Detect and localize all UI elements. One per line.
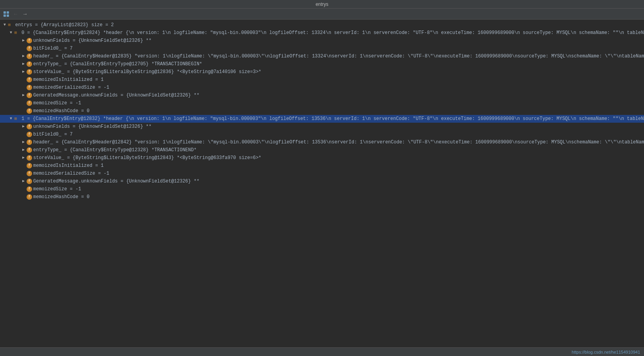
field-icon: f [27, 85, 32, 90]
tree-arrow[interactable]: ▶ [20, 123, 27, 130]
tree-row[interactable]: ▶f header_ = {CanalEntry$Header@12835} "… [0, 52, 644, 60]
tree-row[interactable]: ▶f entryType_ = {CanalEntry$EntryType@12… [0, 146, 644, 154]
back-button[interactable]: ← [12, 10, 20, 18]
tree-arrow[interactable]: ▶ [20, 92, 27, 99]
row-content: 1 = {CanalEntry$Entry@12832} *header {\n… [22, 115, 644, 122]
tree-arrow[interactable]: ▶ [20, 147, 27, 154]
row-content: entryType_ = {CanalEntry$EntryType@12328… [33, 147, 642, 154]
debug-panel[interactable]: ▼≡ entrys = {ArrayList@12823} size = 2▼≡… [0, 20, 644, 347]
row-content: memoizedHashCode = 0 [33, 193, 642, 200]
row-content: GeneratedMessage.unknownFields = {Unknow… [33, 92, 642, 99]
field-icon: f [27, 132, 32, 137]
lines-icon: ≡ [14, 116, 20, 122]
field-icon: f [27, 108, 32, 114]
row-content: memoizedHashCode = 0 [33, 107, 642, 114]
tree-row[interactable]: ▶f header_ = {CanalEntry$Header@12842} "… [0, 138, 644, 146]
tree-row[interactable]: ▼≡ 1 = {CanalEntry$Entry@12832} *header … [0, 115, 644, 123]
row-content: bitField0_ = 7 [33, 131, 642, 138]
tree-arrow[interactable]: ▶ [20, 61, 27, 68]
tree-row[interactable]: ▼≡ entrys = {ArrayList@12823} size = 2 [0, 21, 644, 29]
field-icon: f [27, 93, 32, 98]
tree-row[interactable]: f memoizedIsInitialized = 1 [0, 76, 644, 84]
row-content: storeValue_ = {ByteString$LiteralByteStr… [33, 68, 642, 75]
forward-button[interactable]: → [21, 10, 29, 18]
tree-row[interactable]: ▼≡ 0 = {CanalEntry$Entry@12824} *header … [0, 29, 644, 37]
field-icon: f [27, 46, 32, 51]
row-content: memoizedSerializedSize = -1 [33, 84, 642, 91]
field-icon: f [27, 186, 32, 192]
field-icon: f [27, 163, 32, 168]
row-content: 0 = {CanalEntry$Entry@12824} *header {\n… [22, 29, 644, 36]
field-icon: f [27, 147, 32, 153]
tree-arrow[interactable]: ▶ [20, 53, 27, 60]
row-content: bitField0_ = 7 [33, 45, 642, 52]
tree-arrow[interactable]: ▶ [20, 178, 27, 185]
field-icon: f [27, 171, 32, 176]
field-icon: f [27, 155, 32, 161]
field-icon: f [27, 77, 32, 82]
lines-icon: ≡ [14, 30, 20, 36]
tree-row[interactable]: f memoizedHashCode = 0 [0, 193, 644, 201]
tree-arrow[interactable]: ▼ [8, 29, 14, 36]
tree-row[interactable]: f memoizedSerializedSize = -1 [0, 170, 644, 177]
status-url: https://blog.csdn.net/he1154910941 [572, 350, 640, 354]
title-bar: entrys [0, 0, 644, 9]
field-icon: f [27, 38, 32, 43]
row-content: header_ = {CanalEntry$Header@12835} "ver… [33, 53, 644, 60]
field-icon: f [27, 194, 32, 200]
field-icon: f [27, 124, 32, 129]
tree-row[interactable]: ▶f entryType_ = {CanalEntry$EntryType@12… [0, 60, 644, 68]
tree-arrow[interactable]: ▶ [20, 37, 27, 44]
title-text: entrys [316, 2, 328, 7]
tree-row[interactable]: ▶f storeValue_ = {ByteString$LiteralByte… [0, 154, 644, 162]
row-content: memoizedSize = -1 [33, 100, 642, 107]
tree-row[interactable]: f bitField0_ = 7 [0, 45, 644, 52]
svg-rect-1 [7, 11, 9, 14]
row-content: entryType_ = {CanalEntry$EntryType@12705… [33, 61, 642, 68]
row-content: unknownFields = {UnknownFieldSet@12326} … [33, 37, 642, 44]
tree-row[interactable]: ▶f GeneratedMessage.unknownFields = {Unk… [0, 91, 644, 99]
tree-row[interactable]: ▶f GeneratedMessage.unknownFields = {Unk… [0, 177, 644, 185]
field-icon: f [27, 140, 32, 145]
tree-row[interactable]: f memoizedSerializedSize = -1 [0, 84, 644, 91]
tree-row[interactable]: ▶f unknownFields = {UnknownFieldSet@1232… [0, 123, 644, 131]
field-icon: f [27, 54, 32, 59]
svg-rect-0 [4, 11, 6, 14]
tree-row[interactable]: ▶f unknownFields = {UnknownFieldSet@1232… [0, 37, 644, 45]
row-content: header_ = {CanalEntry$Header@12842} "ver… [33, 139, 644, 146]
tree-row[interactable]: ▶f storeValue_ = {ByteString$LiteralByte… [0, 68, 644, 76]
row-content: unknownFields = {UnknownFieldSet@12326} … [33, 123, 642, 130]
tree-row[interactable]: f memoizedSize = -1 [0, 185, 644, 193]
tree-row[interactable]: f memoizedIsInitialized = 1 [0, 162, 644, 170]
tree-arrow[interactable]: ▼ [8, 115, 14, 122]
svg-rect-2 [4, 14, 6, 17]
row-content: memoizedIsInitialized = 1 [33, 76, 642, 83]
tree-arrow[interactable]: ▼ [2, 21, 8, 29]
grid-icon[interactable] [2, 10, 10, 18]
tree-arrow[interactable]: ▶ [20, 139, 27, 146]
tree-arrow[interactable]: ▶ [20, 154, 27, 161]
row-content: GeneratedMessage.unknownFields = {Unknow… [33, 178, 642, 185]
toolbar: ← → [0, 9, 644, 20]
row-content: storeValue_ = {ByteString$LiteralByteStr… [33, 154, 642, 161]
field-icon: f [27, 61, 32, 67]
status-bar: https://blog.csdn.net/he1154910941 [0, 347, 644, 356]
field-icon: f [27, 179, 32, 184]
lines-icon: ≡ [8, 22, 14, 28]
row-content: memoizedSize = -1 [33, 186, 642, 193]
tree-row[interactable]: f memoizedSize = -1 [0, 99, 644, 107]
svg-rect-3 [7, 14, 9, 17]
tree-arrow[interactable]: ▶ [20, 68, 27, 75]
field-icon: f [27, 100, 32, 106]
row-content: entrys = {ArrayList@12823} size = 2 [15, 21, 642, 29]
tree-row[interactable]: f memoizedHashCode = 0 [0, 107, 644, 115]
row-content: memoizedSerializedSize = -1 [33, 170, 642, 177]
field-icon: f [27, 69, 32, 75]
row-content: memoizedIsInitialized = 1 [33, 162, 642, 169]
tree-row[interactable]: f bitField0_ = 7 [0, 131, 644, 138]
